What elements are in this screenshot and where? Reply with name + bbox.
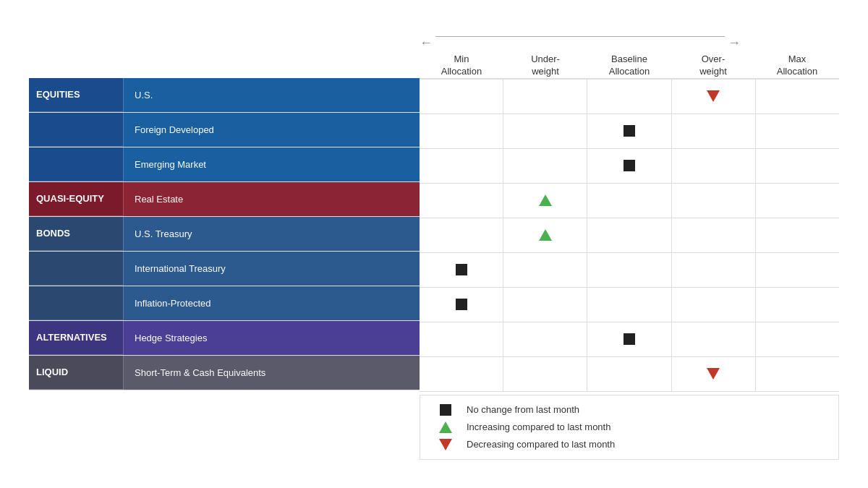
grid-cell-max <box>756 114 839 148</box>
grid-cell-over <box>672 184 756 218</box>
legend-item: Increasing compared to last month <box>435 421 824 433</box>
grid-row <box>420 184 839 218</box>
grid-cell-baseline <box>587 322 671 356</box>
category-cell: EQUITIES <box>29 78 123 112</box>
grid-cell-under <box>503 357 587 391</box>
sub-cell: International Treasury <box>123 252 420 286</box>
main-container: ← → Min Allocation Under- weight Baselin… <box>14 21 854 467</box>
grid-cell-max <box>756 288 839 322</box>
legend-triangle-down-icon <box>439 439 452 450</box>
square-icon <box>456 299 467 310</box>
grid-cell-under <box>503 288 587 322</box>
table-row: BONDSU.S. Treasury <box>29 217 420 252</box>
legend: No change from last monthIncreasing comp… <box>420 395 839 460</box>
legend-square-icon <box>440 404 451 416</box>
grid-row <box>420 288 839 322</box>
square-icon <box>456 264 467 275</box>
grid-cell-max <box>756 253 839 287</box>
square-icon <box>624 125 635 137</box>
legend-triangle-up-icon <box>439 421 452 433</box>
grid-cell-min <box>420 114 503 148</box>
grid-cell-max <box>756 322 839 356</box>
col-header-min: Min Allocation <box>420 53 503 78</box>
category-cell: BONDS <box>29 217 123 251</box>
col-header-under: Under- weight <box>503 53 587 78</box>
sub-cell: Foreign Developed <box>123 113 420 147</box>
category-cell <box>29 252 123 286</box>
grid-cell-baseline <box>587 357 671 391</box>
table-row: QUASI-EQUITYReal Estate <box>29 182 420 217</box>
category-cell: LIQUID <box>29 356 123 390</box>
triangle-up-icon <box>539 194 552 206</box>
grid-cell-min <box>420 322 503 356</box>
grid-cell-min <box>420 149 503 183</box>
legend-text: Increasing compared to last month <box>467 421 610 432</box>
sub-cell: Hedge Strategies <box>123 321 420 355</box>
grid-cell-under <box>503 253 587 287</box>
grid-cell-baseline <box>587 149 671 183</box>
category-cell: ALTERNATIVES <box>29 321 123 355</box>
sub-cell: Short-Term & Cash Equivalents <box>123 356 420 390</box>
table-row: ALTERNATIVESHedge Strategies <box>29 321 420 356</box>
sub-cell: U.S. <box>123 78 420 112</box>
grid-cell-over <box>672 149 756 183</box>
grid-cell-over <box>672 114 756 148</box>
grid-row <box>420 80 839 114</box>
grid-cell-under <box>503 184 587 218</box>
legend-item: Decreasing compared to last month <box>435 439 824 450</box>
grid-row <box>420 218 839 253</box>
left-labels: EQUITIESU.S.Foreign DevelopedEmerging Ma… <box>29 78 420 392</box>
grid-cell-over <box>672 253 756 287</box>
legend-text: No change from last month <box>467 404 579 415</box>
grid-cell-baseline <box>587 288 671 322</box>
grid-row <box>420 357 839 392</box>
triangle-up-icon <box>539 229 552 241</box>
grid-cell-baseline <box>587 218 671 252</box>
grid-cell-max <box>756 218 839 252</box>
grid-cell-under <box>503 80 587 114</box>
exposure-bar: ← → <box>420 35 839 51</box>
table-row: Foreign Developed <box>29 113 420 147</box>
grid-cell-min <box>420 253 503 287</box>
category-cell <box>29 147 123 181</box>
grid-cell-over <box>672 322 756 356</box>
grid-row <box>420 253 839 288</box>
main-table: EQUITIESU.S.Foreign DevelopedEmerging Ma… <box>29 78 839 392</box>
arrow-right-icon: → <box>728 35 741 51</box>
square-icon <box>624 333 635 345</box>
grid-cell-under <box>503 322 587 356</box>
arrow-left-icon: ← <box>420 35 433 51</box>
more-exposure-label <box>648 38 657 49</box>
grid-cell-max <box>756 80 839 114</box>
grid-cell-under <box>503 218 587 252</box>
category-cell: QUASI-EQUITY <box>29 182 123 216</box>
column-headers: Min Allocation Under- weight Baseline Al… <box>420 53 839 78</box>
grid-cell-under <box>503 114 587 148</box>
table-row: Emerging Market <box>29 147 420 182</box>
grid-cell-baseline <box>587 184 671 218</box>
triangle-down-icon <box>707 90 720 102</box>
grid-cell-over <box>672 288 756 322</box>
grid-cell-max <box>756 149 839 183</box>
legend-text: Decreasing compared to last month <box>467 439 615 450</box>
grid-cell-baseline <box>587 80 671 114</box>
legend-item: No change from last month <box>435 404 824 416</box>
grid-cell-max <box>756 184 839 218</box>
grid-cell-over <box>672 357 756 391</box>
right-grid <box>420 78 839 392</box>
grid-cell-min <box>420 357 503 391</box>
table-row: International Treasury <box>29 252 420 286</box>
grid-cell-over <box>672 80 756 114</box>
grid-cell-min <box>420 218 503 252</box>
less-exposure-label <box>503 38 512 49</box>
col-header-over: Over- weight <box>671 53 755 78</box>
category-cell <box>29 113 123 147</box>
table-row: LIQUIDShort-Term & Cash Equivalents <box>29 356 420 390</box>
sub-cell: Emerging Market <box>123 147 420 181</box>
col-header-baseline: Baseline Allocation <box>587 53 671 78</box>
grid-row <box>420 114 839 149</box>
grid-cell-under <box>503 149 587 183</box>
grid-cell-baseline <box>587 114 671 148</box>
table-row: EQUITIESU.S. <box>29 78 420 113</box>
grid-row <box>420 322 839 357</box>
